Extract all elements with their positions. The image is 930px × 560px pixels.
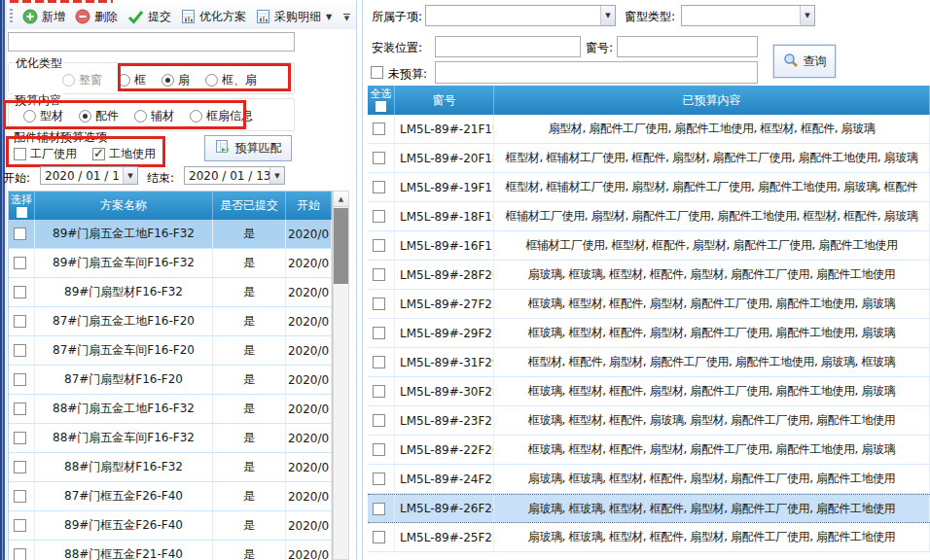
row-checkbox[interactable] [373,181,385,193]
row-checkbox[interactable] [373,531,385,543]
budget-row[interactable]: LM5L-89#-18F16框辅材工厂使用, 扇型材, 扇配件工厂使用, 扇配件… [368,202,930,231]
radio-icon[interactable] [118,74,130,87]
chevron-down-icon[interactable]: ▼ [269,167,284,184]
row-checkbox[interactable] [14,461,26,473]
budget-row[interactable]: LM5L-89#-22F20框玻璃, 框型材, 框配件, 扇型材, 扇配件工厂使… [368,436,930,465]
end-date-picker[interactable]: 2020 / 01 / 13 ▼ [184,166,285,185]
radio-option-扇[interactable]: 扇 [161,72,190,88]
window-no-column-header[interactable]: 窗号 [395,86,494,115]
row-checkbox[interactable] [373,503,385,515]
not-budgeted-input[interactable] [435,61,758,84]
budgeted-content-column-header[interactable]: 已预算内容 [494,86,930,115]
radio-option-辅材[interactable]: 辅材 [134,108,174,124]
plan-row[interactable]: 88#门扇五金工地F16-F32是2020/0 [9,395,332,424]
budget-row[interactable]: LM5L-89#-27F25框玻璃, 框型材, 框配件, 扇型材, 扇配件工厂使… [368,290,930,319]
row-checkbox[interactable] [14,432,26,444]
row-checkbox[interactable] [373,327,385,339]
plan-row[interactable]: 88#门框五金F21-F40是2020/0 [9,541,332,560]
checkbox-icon[interactable] [14,148,26,160]
plan-row[interactable]: 89#门扇五金工地F16-F32是2020/0 [9,220,332,249]
radio-option-配件[interactable]: 配件 [79,108,119,124]
plan-row[interactable]: 87#门扇五金车间F16-F20是2020/0 [9,336,332,366]
row-checkbox[interactable] [373,356,385,368]
radio-icon[interactable] [205,74,218,87]
budget-row[interactable]: LM5L-89#-26F24扇玻璃, 框玻璃, 框型材, 框配件, 扇型材, 扇… [368,494,930,523]
row-checkbox[interactable] [14,548,26,560]
row-checkbox[interactable] [373,443,385,456]
budget-row[interactable]: LM5L-89#-19F17框型材, 框辅材工厂使用, 扇型材, 扇配件工厂使用… [368,173,930,202]
toolbar-overflow-button[interactable]: ▼ [340,7,353,26]
chevron-down-icon[interactable]: ▼ [800,6,814,25]
plan-row[interactable]: 87#门扇五金工地F16-F20是2020/0 [9,307,332,336]
not-budgeted-checkbox[interactable] [371,66,383,79]
budget-row[interactable]: LM5L-89#-28F26扇玻璃, 框玻璃, 框型材, 框配件, 扇型材, 扇… [368,261,930,290]
plan-row[interactable]: 88#门扇型材F16-F32是2020/0 [9,453,332,482]
budget-row[interactable]: LM5L-89#-21F19扇型材, 扇配件工厂使用, 扇配件工地使用, 框型材… [368,115,930,144]
budget-row[interactable]: LM5L-89#-20F18框型材, 框辅材工厂使用, 框配件, 扇型材, 扇配… [368,144,930,173]
radio-icon[interactable] [161,74,174,87]
query-button[interactable]: 查询 [773,45,836,78]
select-column-header[interactable]: 选择 [9,192,35,220]
select-all-checkbox[interactable] [376,101,386,112]
budget-row[interactable]: LM5L-89#-25F23扇玻璃, 框玻璃, 框型材, 框配件, 扇型材, 扇… [368,523,930,552]
plan-grid-scrollbar[interactable]: ▲ [333,191,349,560]
plan-row[interactable]: 87#门框五金F26-F40是2020/0 [9,482,332,511]
submit-button[interactable]: 提交 [123,7,176,27]
checkbox-option-工地使用[interactable]: 工地使用 [92,146,156,162]
row-checkbox[interactable] [14,344,26,357]
install-position-input[interactable] [435,36,581,57]
radio-option-型材[interactable]: 型材 [23,108,63,124]
start-date-picker[interactable]: 2020 / 01 / 1 ▼ [40,166,138,185]
select-all-checkbox[interactable] [17,207,27,218]
radio-icon[interactable] [79,110,91,122]
row-checkbox[interactable] [373,414,385,427]
plan-row[interactable]: 87#门扇型材F16-F20是2020/0 [9,366,332,395]
radio-icon[interactable] [134,110,147,122]
row-checkbox[interactable] [14,519,26,532]
window-type-select[interactable]: ▼ [681,5,815,26]
budget-row[interactable]: LM5L-89#-31F29框型材, 框配件, 扇型材, 扇配件工厂使用, 扇配… [368,348,930,377]
chevron-down-icon[interactable]: ▼ [123,167,137,184]
plan-search-input[interactable] [8,32,295,52]
plan-row[interactable]: 89#门框五金F26-F40是2020/0 [9,511,332,541]
purchase-detail-button[interactable]: 采购明细 ▼ [251,7,337,27]
radio-option-框扇信息[interactable]: 框扇信息 [190,108,253,124]
budget-row[interactable]: LM5L-89#-23F21框玻璃, 框型材, 框配件, 扇玻璃, 扇型材, 扇… [368,406,930,436]
row-checkbox[interactable] [373,385,385,398]
toolbar-grip[interactable] [10,9,13,24]
budget-match-button[interactable]: 预算匹配 [204,135,292,161]
radio-icon[interactable] [190,110,202,122]
budget-row[interactable]: LM5L-89#-30F28框玻璃, 框型材, 框配件, 扇型材, 扇配件工厂使… [368,377,930,406]
row-checkbox[interactable] [373,122,385,135]
radio-icon[interactable] [23,110,36,122]
sub-item-select[interactable]: ▼ [425,5,616,26]
row-checkbox[interactable] [14,257,26,269]
window-no-input[interactable] [617,36,758,57]
radio-option-整窗[interactable]: 整窗 [62,72,102,88]
radio-icon[interactable] [62,74,75,87]
budget-row[interactable]: LM5L-89#-29F27框玻璃, 框型材, 框配件, 扇型材, 扇配件工厂使… [368,319,930,348]
start-column-header[interactable]: 开始 [286,192,332,220]
checkbox-icon[interactable] [92,148,105,160]
scroll-up-icon[interactable]: ▲ [334,192,348,207]
add-button[interactable]: 新增 [18,7,70,27]
budget-row[interactable]: LM5L-89#-16F15框辅材工厂使用, 框型材, 框配件, 扇型材, 扇配… [368,231,930,261]
row-checkbox[interactable] [373,472,385,485]
optimize-plan-button[interactable]: 优化方案 [176,7,251,27]
chevron-down-icon[interactable]: ▼ [600,6,615,25]
row-checkbox[interactable] [14,490,26,503]
submitted-column-header[interactable]: 是否已提交 [213,192,286,220]
checkbox-option-工厂使用[interactable]: 工厂使用 [14,146,77,162]
row-checkbox[interactable] [373,210,385,223]
row-checkbox[interactable] [14,228,26,240]
row-checkbox[interactable] [14,286,26,298]
row-checkbox[interactable] [14,315,26,328]
select-all-column-header[interactable]: 全选 [368,86,395,115]
radio-option-框[interactable]: 框 [118,72,146,88]
plan-row[interactable]: 89#门扇五金车间F16-F32是2020/0 [9,249,332,278]
row-checkbox[interactable] [373,239,385,252]
scrollbar-thumb[interactable] [334,208,348,284]
row-checkbox[interactable] [373,268,385,281]
row-checkbox[interactable] [373,152,385,164]
row-checkbox[interactable] [14,373,26,386]
